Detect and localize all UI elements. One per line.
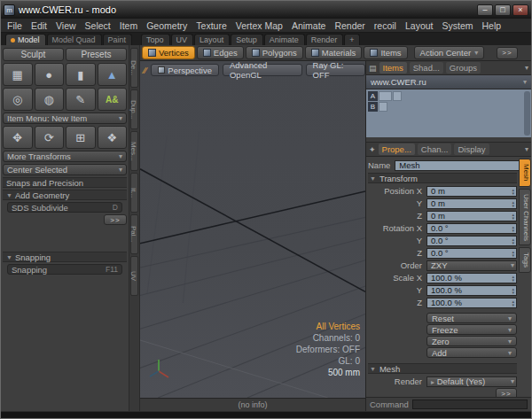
tab-setup[interactable]: Setup — [231, 34, 263, 45]
rotation-z-field[interactable]: 0.0 ° ▴▾ — [426, 248, 517, 259]
side-tab-user-channels[interactable]: User Channels — [519, 189, 531, 246]
scale-z-field[interactable]: 100.0 % ▴▾ — [426, 298, 517, 308]
list-icon[interactable]: ▤ — [369, 64, 377, 73]
render-dropdown[interactable]: ▸ Default (Yes) ▾ — [426, 376, 517, 387]
tab-layout[interactable]: Layout — [194, 34, 230, 45]
stepper-arrows-icon[interactable]: ▴▾ — [512, 275, 514, 282]
tab-vertices[interactable]: Vertices — [142, 46, 195, 59]
tab-model[interactable]: Model — [5, 34, 46, 45]
item-list-row[interactable]: A — [368, 91, 529, 101]
snaps-precision-header[interactable]: Snaps and Precision — [3, 177, 127, 188]
raygl-button[interactable]: Ray GL: OFF — [306, 64, 365, 76]
center-selected-dropdown[interactable]: Center Selected ▾ — [3, 164, 127, 175]
maximize-button[interactable]: □ — [495, 4, 511, 16]
item-list-scrollbar[interactable] — [524, 91, 530, 136]
sds-subdivide-button[interactable]: SDS Subdivide D — [7, 202, 122, 213]
tab-model-quad[interactable]: Model Quad — [47, 34, 102, 45]
tab-materials[interactable]: Materials — [305, 46, 363, 59]
menu-select[interactable]: Select — [81, 20, 115, 31]
tab-groups[interactable]: Groups — [446, 62, 481, 74]
menu-help[interactable]: Help — [478, 20, 506, 31]
add-dropdown[interactable]: Add ▾ — [426, 347, 517, 358]
menu-geometry[interactable]: Geometry — [142, 20, 192, 31]
cone-tool-button[interactable]: ▲ — [98, 63, 128, 86]
menu-edit[interactable]: Edit — [27, 20, 51, 31]
scale-tool-button[interactable]: ⊞ — [66, 126, 96, 149]
menu-vertex-map[interactable]: Vertex Map — [231, 20, 287, 31]
tab-render[interactable]: Render — [306, 34, 344, 45]
presets-button[interactable]: Presets — [66, 48, 127, 61]
item-list-row[interactable]: B — [368, 102, 529, 112]
stepper-arrows-icon[interactable]: ▴▾ — [512, 213, 514, 220]
menu-animate[interactable]: Animate — [287, 20, 331, 31]
add-geometry-header[interactable]: ▼ Add Geometry — [3, 190, 127, 200]
vertical-tab-mesh[interactable]: Mes... — [130, 131, 138, 171]
text-tool-button[interactable]: A& — [98, 88, 128, 111]
menu-render[interactable]: Render — [330, 20, 369, 31]
perspective-button[interactable]: Perspective — [151, 64, 219, 76]
side-tab-mesh[interactable]: Mesh — [519, 159, 531, 187]
menu-view[interactable]: View — [51, 20, 81, 31]
menu-layout[interactable]: Layout — [401, 20, 438, 31]
scale-x-field[interactable]: 100.0 % ▴▾ — [426, 273, 517, 283]
position-z-field[interactable]: 0 m ▴▾ — [426, 211, 517, 221]
tab-items[interactable]: Items — [364, 46, 407, 59]
stepper-arrows-icon[interactable]: ▴▾ — [512, 299, 514, 306]
snapping-section-header[interactable]: ▼ Snapping — [3, 252, 127, 262]
scale-y-field[interactable]: 100.0 % ▴▾ — [426, 285, 517, 296]
menu-file[interactable]: File — [3, 20, 27, 31]
header-expand-button[interactable]: >> — [497, 47, 518, 59]
position-y-field[interactable]: 0 m ▴▾ — [426, 198, 517, 209]
transform-tools-button[interactable]: ❖ — [98, 126, 128, 149]
tab-topo[interactable]: Topo — [141, 34, 170, 45]
left-panel-expand-button[interactable]: >> — [104, 214, 127, 225]
transform-section-header[interactable]: ▼ Transform — [368, 173, 517, 183]
vertical-tab-palette[interactable]: Pal... — [130, 214, 138, 254]
rotation-y-field[interactable]: 0.0 ° ▴▾ — [426, 236, 517, 246]
tab-animate[interactable]: Animate — [264, 34, 305, 45]
order-dropdown[interactable]: ZXY ▾ — [426, 260, 517, 271]
sphere-tool-button[interactable]: ● — [35, 63, 65, 86]
pen-tool-button[interactable]: ✎ — [66, 88, 96, 111]
name-input[interactable] — [395, 160, 520, 171]
stepper-arrows-icon[interactable]: ▴▾ — [512, 225, 514, 232]
move-tool-button[interactable]: ✥ — [3, 126, 33, 149]
tab-display[interactable]: Display — [454, 144, 489, 155]
list-cell[interactable] — [393, 91, 402, 101]
scene-selector-dropdown[interactable]: www.CWER.ru ▾ — [366, 75, 531, 89]
tab-items-list[interactable]: Items — [379, 62, 407, 74]
reset-dropdown[interactable]: Reset ▾ — [426, 313, 517, 323]
item-menu-dropdown[interactable]: Item Menu: New Item ▾ — [3, 113, 127, 124]
minimize-button[interactable]: – — [477, 4, 493, 16]
list-cell[interactable] — [379, 102, 387, 112]
tab-edges[interactable]: Edges — [197, 46, 244, 59]
menu-recoil[interactable]: recoil — [370, 20, 401, 31]
list-cell[interactable] — [379, 91, 392, 101]
menu-item[interactable]: Item — [115, 20, 142, 31]
stepper-arrows-icon[interactable]: ▴▾ — [512, 237, 514, 244]
stepper-arrows-icon[interactable]: ▴▾ — [512, 250, 514, 257]
panel-options-icon[interactable]: ▾ — [525, 145, 528, 153]
add-tab-button[interactable]: + — [344, 34, 359, 45]
tab-channels[interactable]: Chan... — [418, 144, 452, 155]
properties-expand-button[interactable]: >> — [496, 388, 517, 397]
menu-system[interactable]: System — [437, 20, 477, 31]
menu-texture[interactable]: Texture — [192, 20, 231, 31]
tab-paint[interactable]: Paint — [103, 34, 133, 45]
stepper-arrows-icon[interactable]: ▴▾ — [512, 200, 514, 207]
command-input[interactable] — [412, 400, 528, 409]
3d-viewport[interactable]: ∕∕ Perspective Advanced OpenGL Ray GL: O… — [140, 61, 365, 398]
vertical-tab-item[interactable]: It... — [130, 173, 138, 213]
stepper-arrows-icon[interactable]: ▴▾ — [512, 287, 514, 294]
advanced-opengl-button[interactable]: Advanced OpenGL — [223, 64, 302, 76]
freeze-dropdown[interactable]: Freeze ▾ — [426, 324, 517, 335]
panel-options-icon[interactable]: ▾ — [525, 64, 528, 72]
tab-shader-tree[interactable]: Shad... — [410, 62, 443, 74]
tab-polygons[interactable]: Polygons — [246, 46, 303, 59]
zero-dropdown[interactable]: Zero ▾ — [426, 336, 517, 346]
cylinder-tool-button[interactable]: ▮ — [66, 63, 96, 86]
rotation-x-field[interactable]: 0.0 ° ▴▾ — [426, 223, 517, 234]
rotate-tool-button[interactable]: ⟳ — [35, 126, 65, 149]
vertical-tab-uv[interactable]: UV — [130, 256, 138, 296]
tab-uv[interactable]: UV — [171, 34, 194, 45]
